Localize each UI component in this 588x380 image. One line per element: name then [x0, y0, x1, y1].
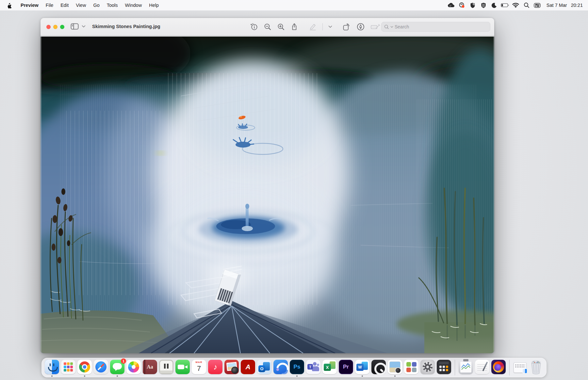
- apple-menu-icon[interactable]: [5, 2, 12, 8]
- messages-app-icon: 1: [110, 360, 124, 374]
- dock-item-chrome[interactable]: [77, 360, 92, 375]
- dock-item-dictionary[interactable]: Aa: [143, 360, 157, 375]
- excel-glyph: X: [324, 364, 331, 371]
- menu-window[interactable]: Window: [122, 3, 146, 8]
- safari-app-icon: [94, 360, 108, 374]
- running-indicator: [362, 375, 363, 377]
- premiere-app-icon: Pr: [339, 360, 353, 374]
- dock-item-word[interactable]: W: [355, 360, 369, 375]
- clock-date: Sat 7 Mar: [547, 3, 567, 8]
- dock-item-premiere[interactable]: Pr: [339, 360, 353, 375]
- menu-bar-clock[interactable]: Sat 7 Mar 20:21: [547, 3, 583, 8]
- dock-item-firefox[interactable]: [491, 360, 506, 375]
- acrobat-glyph: A: [241, 360, 255, 374]
- painting-canvas: [41, 36, 494, 353]
- menu-view[interactable]: View: [72, 3, 90, 8]
- firefox-app-icon: [491, 360, 506, 374]
- dock-item-acrobat[interactable]: A: [241, 360, 255, 375]
- running-indicator: [84, 375, 85, 377]
- toolbar-search[interactable]: [381, 22, 490, 32]
- dock-item-calendar[interactable]: MAR7: [192, 360, 206, 375]
- highlight-chevron-button[interactable]: [328, 25, 332, 28]
- dock-item-finder[interactable]: [45, 360, 59, 375]
- search-icon[interactable]: [522, 2, 531, 9]
- teams-app-icon: T: [306, 360, 320, 374]
- premiere-glyph: Pr: [339, 360, 353, 374]
- dock-item-facetime[interactable]: [175, 360, 190, 375]
- dock-item-textedit[interactable]: [475, 360, 489, 375]
- outlook-glyph: O: [258, 365, 265, 372]
- control-center-icon[interactable]: [533, 2, 542, 9]
- minimized-window-thumbnail: [514, 362, 527, 373]
- dock-item-activity-clipboard-app[interactable]: [459, 360, 473, 375]
- running-indicator: [51, 375, 53, 377]
- dock-item-calculator[interactable]: [437, 360, 451, 375]
- dock-item-music[interactable]: ♪: [208, 360, 222, 375]
- dock-item-preview[interactable]: [388, 360, 402, 375]
- dock-item-trash[interactable]: [529, 360, 543, 375]
- dock-item-excel[interactable]: X: [322, 360, 337, 375]
- preview-window: Skimming Stones Painting.jpg: [41, 18, 494, 353]
- dock-item-quicktime[interactable]: [371, 360, 386, 375]
- zoom-button[interactable]: [60, 25, 64, 29]
- dock-item-outlook[interactable]: O: [257, 360, 271, 375]
- dock: 1 Aa MAR7 ♪ A O Ps T X Pr W: [41, 358, 547, 377]
- dock-item-launchpad[interactable]: [61, 360, 75, 375]
- finder-app-icon: [45, 360, 59, 374]
- dock-item-messages[interactable]: 1: [110, 360, 124, 375]
- dictionary-app-icon: Aa: [143, 360, 157, 374]
- recording-indicator-icon[interactable]: [458, 2, 466, 9]
- trash-full-icon: [529, 360, 543, 374]
- dock-item-teams[interactable]: T: [306, 360, 320, 375]
- dock-item-color-grid-app[interactable]: [404, 360, 418, 375]
- menu-tools[interactable]: Tools: [103, 3, 122, 8]
- wifi-icon[interactable]: [512, 2, 520, 9]
- facetime-app-icon: [175, 360, 190, 374]
- dock-item-red-camera-app[interactable]: [224, 360, 239, 375]
- rotate-left-button[interactable]: [342, 23, 351, 31]
- menu-help[interactable]: Help: [145, 3, 162, 8]
- menu-bar-status-area: Sat 7 Mar 20:21: [447, 2, 583, 9]
- title-chevron-button[interactable]: [82, 25, 86, 28]
- word-glyph: W: [356, 364, 364, 371]
- markup-button[interactable]: [356, 23, 365, 31]
- dock-item-safari[interactable]: [94, 360, 108, 375]
- visual-lookup-info-button[interactable]: [250, 23, 258, 31]
- minimize-button[interactable]: [53, 25, 57, 29]
- calendar-day-label: 7: [192, 363, 206, 374]
- system-settings-gear-icon: [420, 360, 435, 374]
- fill-and-sign-button-disabled: [370, 23, 380, 31]
- chrome-app-icon: [77, 360, 92, 374]
- menu-app-preview[interactable]: Preview: [17, 3, 42, 8]
- textedit-app-icon: [475, 360, 489, 374]
- running-indicator: [394, 375, 396, 377]
- focus-moon-icon[interactable]: [490, 2, 498, 9]
- dock-item-minimized-finder-window[interactable]: [513, 360, 527, 375]
- dictionary-glyph: Aa: [143, 360, 157, 374]
- window-titlebar[interactable]: Skimming Stones Painting.jpg: [41, 18, 494, 36]
- dock-divider: [509, 360, 510, 375]
- shield-block-icon[interactable]: [468, 2, 477, 9]
- close-button[interactable]: [46, 25, 51, 29]
- photoshop-app-icon: Ps: [290, 360, 304, 374]
- zoom-out-button[interactable]: [264, 23, 271, 31]
- cloud-sync-icon[interactable]: [447, 2, 455, 9]
- battery-icon[interactable]: [501, 2, 509, 9]
- share-button[interactable]: [290, 23, 298, 31]
- dock-item-blue-paint-app[interactable]: [273, 360, 288, 375]
- privacy-grid-shield-icon[interactable]: [479, 2, 488, 9]
- search-scope-chevron-icon: [390, 26, 393, 28]
- dock-item-system-settings[interactable]: [420, 360, 435, 375]
- menu-edit[interactable]: Edit: [57, 3, 72, 8]
- dock-item-photos[interactable]: [126, 360, 141, 375]
- zoom-in-button[interactable]: [277, 23, 285, 31]
- menu-file[interactable]: File: [42, 3, 57, 8]
- search-input[interactable]: [395, 24, 487, 29]
- excel-app-icon: X: [322, 360, 337, 374]
- calendar-app-icon: MAR7: [192, 360, 206, 374]
- sidebar-toggle-button[interactable]: [71, 23, 79, 30]
- dock-item-pixel-arcade-app[interactable]: [159, 360, 173, 375]
- word-app-icon: W: [355, 360, 369, 374]
- dock-item-photoshop[interactable]: Ps: [290, 360, 304, 375]
- menu-go[interactable]: Go: [90, 3, 103, 8]
